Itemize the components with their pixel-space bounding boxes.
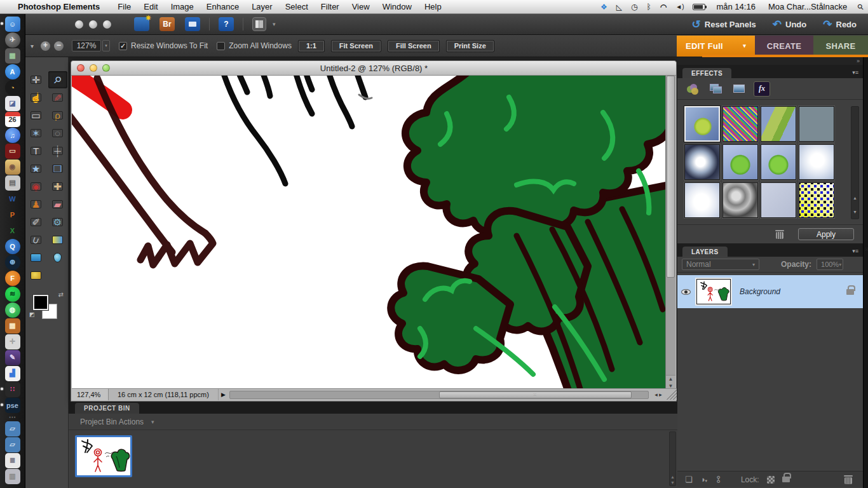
project-bin-scrollbar[interactable]: ▲▼ (669, 431, 676, 486)
dock-quicktime-icon[interactable]: Q (4, 238, 21, 254)
lasso-tool[interactable]: ρ (48, 107, 67, 124)
effects-tab[interactable]: EFFECTS (682, 68, 731, 78)
default-colors-icon[interactable]: ◩ (29, 311, 35, 318)
filters-category-icon[interactable] (685, 81, 702, 97)
effect-thumb-apple-noise[interactable] (722, 106, 758, 142)
opacity-input[interactable]: 100% ▾ (817, 259, 843, 270)
effect-thumb-lavender-blur[interactable] (761, 182, 796, 218)
layer-visibility-toggle[interactable] (677, 289, 694, 295)
dock-green-app-icon[interactable]: ◍ (4, 302, 21, 318)
color-swatches[interactable]: ⇄ ◩ (32, 294, 62, 323)
help-icon[interactable]: ? (219, 17, 234, 31)
lock-transparency-icon[interactable] (767, 476, 775, 484)
dock-launchpad-icon[interactable]: ✈ (4, 32, 21, 48)
effect-thumb-halftone[interactable] (799, 182, 834, 218)
reset-panels-button[interactable]: ↺ Reset Panels (692, 18, 756, 31)
menubar-item[interactable]: Help (424, 2, 442, 11)
apply-button[interactable]: Apply (798, 228, 854, 240)
redo-button[interactable]: ↷ Redo (823, 18, 857, 31)
layer-styles-category-icon[interactable] (708, 81, 724, 97)
dock-color-dots-icon[interactable]: ∷ (4, 381, 21, 397)
fit-screen-button[interactable]: Fit Screen (331, 40, 381, 52)
dock-theater-icon[interactable]: ▭ (4, 143, 21, 159)
canvas-vertical-scrollbar[interactable]: ▲▼ (665, 76, 675, 390)
dock-trash-icon[interactable]: ▥ (4, 468, 21, 484)
dock-spotify-icon[interactable]: ≋ (4, 286, 21, 302)
magic-wand-tool[interactable]: ✶ (27, 125, 46, 142)
menubar-item[interactable]: Edit (144, 2, 158, 11)
status-document-size[interactable]: 16 cm x 12 cm (118,11 ppcm) (109, 389, 219, 400)
wifi-icon[interactable]: ◠ (660, 3, 667, 11)
layer-name[interactable]: Background (740, 287, 780, 296)
photo-effects-category-icon[interactable] (731, 81, 747, 97)
horizontal-scroll-thumb[interactable]: ⁙ (439, 391, 632, 398)
effect-thumb-liquid-gray[interactable] (722, 182, 758, 218)
collapse-panels-icon[interactable]: » (857, 58, 859, 64)
menubar-item[interactable]: Enhance (207, 2, 239, 11)
adjustment-layer-icon[interactable]: ◑▾ (700, 475, 707, 484)
panel-resize-grip[interactable]: ⁙ (865, 248, 868, 251)
menubar-item[interactable]: Select (285, 2, 308, 11)
shape-tool[interactable] (27, 249, 46, 266)
window-traffic-lights[interactable] (77, 64, 110, 72)
smart-brush-tool[interactable]: ⚙ (48, 214, 67, 231)
project-bin-actions-chevron-icon[interactable]: ▾ (151, 419, 154, 425)
foreground-color-swatch[interactable] (33, 295, 48, 310)
dock-iphoto-icon[interactable]: ◉ (4, 159, 21, 175)
cookie-cutter-tool[interactable]: ★ (27, 160, 46, 177)
paint-bucket-tool[interactable]: ∪ (27, 231, 46, 248)
window-controls[interactable] (75, 20, 111, 29)
swap-colors-icon[interactable]: ⇄ (58, 291, 64, 298)
dock-window-manager-icon[interactable]: ▦ (4, 48, 21, 64)
new-file-icon[interactable]: ✷ (134, 17, 149, 31)
dock-excel-icon[interactable]: X (4, 222, 21, 238)
hand-tool[interactable]: ☝ (27, 89, 46, 106)
project-bin-tab[interactable]: PROJECT BIN (75, 403, 139, 414)
bridge-icon[interactable]: Br (159, 17, 175, 31)
blur-tool[interactable] (48, 249, 67, 266)
arrange-chevron-icon[interactable]: ▾ (273, 21, 276, 27)
dock-applications-folder-icon[interactable]: ▱ (4, 421, 21, 437)
undo-button[interactable]: ↶ Undo (773, 18, 806, 31)
layer-thumbnail[interactable] (696, 279, 731, 304)
quick-selection-tool[interactable]: ◌ (48, 125, 67, 142)
edit-full-tab[interactable]: EDIT Full ▾ (677, 36, 755, 57)
window-resize-grip[interactable] (667, 390, 677, 400)
gradient-tool[interactable] (48, 231, 67, 248)
effects-scrollbar[interactable]: ▲ ▼ (851, 106, 859, 219)
menubar-item[interactable]: View (352, 2, 370, 11)
actual-pixels-button[interactable]: 1:1 (298, 40, 325, 52)
dock-network-globe-icon[interactable]: ⊕ (4, 254, 21, 270)
dock-chart-app-icon[interactable]: ▟ (4, 365, 21, 381)
recompose-tool[interactable]: ❐ (48, 160, 67, 177)
effect-thumb-soft-white[interactable] (799, 144, 834, 180)
print-size-button[interactable]: Print Size (446, 40, 494, 52)
dock-photoshop-elements-icon[interactable]: pse (4, 397, 21, 413)
effect-thumb-apple-photo2[interactable] (761, 144, 796, 180)
layer-row-background[interactable]: Background (677, 275, 863, 308)
layers-tab[interactable]: LAYERS (682, 247, 728, 257)
new-layer-icon[interactable]: ❏ (685, 475, 693, 484)
type-tool[interactable]: T (27, 142, 46, 159)
menubar-item[interactable]: Window (383, 2, 412, 11)
dock-word-icon[interactable]: W (4, 191, 21, 207)
delete-layer-icon[interactable] (844, 475, 853, 484)
effect-thumb-plain-gray[interactable] (799, 106, 834, 142)
vertical-scroll-arrows[interactable]: ▲▼ (666, 375, 675, 390)
crop-tool[interactable]: ┼ (48, 142, 67, 159)
effect-thumb-apple-cubist[interactable] (761, 106, 796, 142)
menubar-item[interactable]: Filter (321, 2, 339, 11)
layers-panel-menu-icon[interactable]: ▾≡ (852, 248, 863, 257)
time-machine-icon[interactable]: ◷ (631, 3, 637, 11)
dock-itunes-icon[interactable]: ♫ (4, 127, 21, 143)
all-effects-category-icon[interactable]: fx (754, 81, 770, 97)
app-menu-title[interactable]: Photoshop Elements (18, 2, 100, 11)
spot-healing-brush-tool[interactable]: ✚ (48, 178, 67, 195)
shape-status-icon[interactable]: ◺ (616, 3, 622, 11)
blend-mode-select[interactable]: Normal ▾ (682, 259, 759, 270)
volume-icon[interactable]: ◄) (675, 3, 684, 10)
menubar-item[interactable]: File (118, 2, 131, 11)
menubar-item[interactable]: Image (171, 2, 194, 11)
options-collapse-icon[interactable]: ▾ (31, 43, 34, 50)
dock-finder-icon[interactable]: ☺ (4, 16, 21, 32)
